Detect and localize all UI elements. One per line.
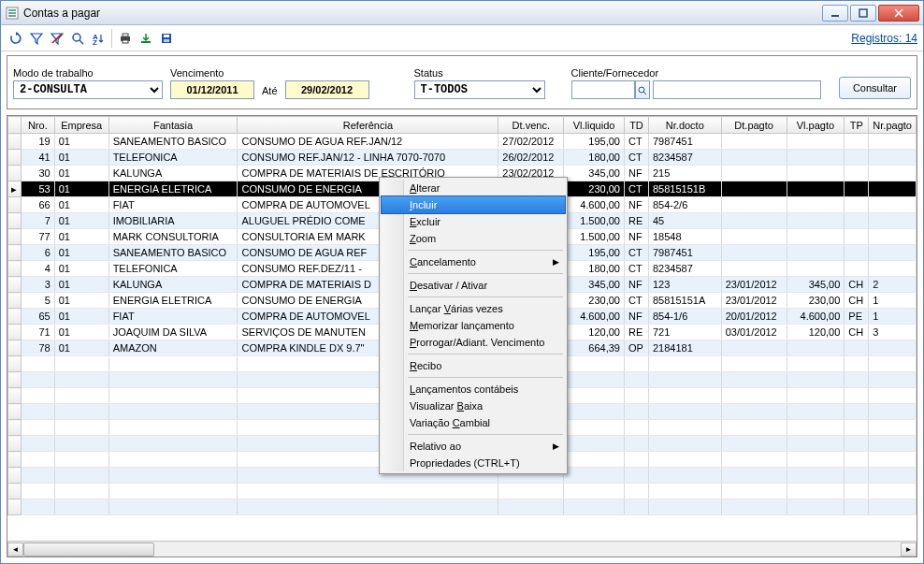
scroll-left-button[interactable]: ◄ xyxy=(7,542,23,557)
consultar-button[interactable]: Consultar xyxy=(839,77,911,99)
cell-nrpagto: 1 xyxy=(869,293,917,309)
menu-excluir[interactable]: Excluir xyxy=(382,213,565,230)
cell-referencia: CONSUMO REF.JAN/12 - LINHA 7070-7070 xyxy=(238,150,498,166)
cell-nro: 6 xyxy=(21,245,54,261)
menu-relativo-ao[interactable]: Relativo ao▶ xyxy=(382,438,565,455)
col-td[interactable]: TD xyxy=(624,117,648,134)
filter-icon[interactable] xyxy=(27,29,46,48)
menu-zoom[interactable]: Zoom xyxy=(382,230,565,247)
cell-tp xyxy=(845,245,869,261)
menu-lanc-contabeis[interactable]: Lançamentos contábeis xyxy=(382,381,565,398)
cell-nrdocto: 8234587 xyxy=(648,261,721,277)
scroll-track[interactable] xyxy=(23,542,901,557)
menu-incluir[interactable]: Incluir xyxy=(382,196,565,213)
horizontal-scrollbar[interactable]: ◄ ► xyxy=(7,541,917,557)
cell-dtpagto xyxy=(721,213,787,229)
search-icon[interactable] xyxy=(68,29,87,48)
cell-vlpagto xyxy=(787,134,845,150)
scroll-right-button[interactable]: ► xyxy=(901,542,917,557)
cliente-lookup-button[interactable] xyxy=(635,80,650,99)
cell-tp xyxy=(845,197,869,213)
col-referencia[interactable]: Referência xyxy=(238,117,498,134)
print-icon[interactable] xyxy=(116,29,135,48)
col-nrdocto[interactable]: Nr.docto xyxy=(648,117,721,134)
records-link[interactable]: Registros: 14 xyxy=(851,32,917,45)
save-icon[interactable] xyxy=(157,29,176,48)
svg-line-10 xyxy=(79,40,83,44)
cell-tp xyxy=(845,229,869,245)
cliente-code-input[interactable] xyxy=(571,80,635,99)
cell-referencia: CONSUMO DE AGUA REF.JAN/12 xyxy=(238,134,498,150)
menu-alterar[interactable]: Alterar xyxy=(382,180,565,196)
maximize-button[interactable] xyxy=(850,5,876,22)
cell-dtpagto xyxy=(721,261,787,277)
cell-nrpagto xyxy=(869,229,917,245)
cell-dtpagto xyxy=(721,340,787,356)
modo-select[interactable]: 2-CONSULTA xyxy=(13,80,163,99)
col-nro[interactable]: Nro. xyxy=(21,117,54,134)
menu-cancelamento[interactable]: Cancelamento▶ xyxy=(382,253,565,270)
cliente-name-input[interactable] xyxy=(653,80,821,99)
cell-nro: 78 xyxy=(21,340,54,356)
cell-empresa: 01 xyxy=(54,277,108,293)
filter-clear-icon[interactable] xyxy=(48,29,66,48)
cell-empresa: 01 xyxy=(54,197,108,213)
cell-vlliquido: 120,00 xyxy=(564,325,625,340)
table-row[interactable]: 4101TELEFONICACONSUMO REF.JAN/12 - LINHA… xyxy=(8,150,917,166)
menu-visualizar-baixa[interactable]: Visualizar Baixa xyxy=(382,398,565,414)
ate-label: Até xyxy=(262,85,278,99)
cell-td: CT xyxy=(624,150,648,166)
menu-prorrogar[interactable]: Prorrogar/Adiant. Vencimento xyxy=(382,334,565,351)
close-button[interactable] xyxy=(878,5,919,22)
vencimento-to-input[interactable] xyxy=(285,80,369,99)
col-fantasia[interactable]: Fantasia xyxy=(108,117,238,134)
scroll-thumb[interactable] xyxy=(23,542,154,557)
cell-empresa: 01 xyxy=(54,309,108,325)
cell-vlpagto xyxy=(787,166,845,181)
menu-recibo[interactable]: Recibo xyxy=(382,357,565,374)
minimize-button[interactable] xyxy=(822,5,848,22)
menu-memorizar[interactable]: Memorizar lançamento xyxy=(382,317,565,334)
window-controls xyxy=(822,5,919,22)
svg-rect-16 xyxy=(141,41,151,43)
cell-nrdocto: 123 xyxy=(648,277,721,293)
cell-vlpagto xyxy=(787,150,845,166)
submenu-arrow-icon: ▶ xyxy=(553,257,559,267)
col-vlliquido[interactable]: Vl.liquido xyxy=(564,117,625,134)
row-header xyxy=(8,261,22,277)
header-row: Nro. Empresa Fantasia Referência Dt.venc… xyxy=(8,117,917,134)
export-icon[interactable] xyxy=(137,29,155,48)
cell-vlpagto xyxy=(787,245,845,261)
col-tp[interactable]: TP xyxy=(845,117,869,134)
cell-td: CT xyxy=(624,261,648,277)
status-select[interactable]: T-TODOS xyxy=(414,80,545,99)
svg-rect-2 xyxy=(8,12,16,14)
cell-nrpagto: 3 xyxy=(869,325,917,340)
col-nrpagto[interactable]: Nr.pagto xyxy=(869,117,917,134)
cell-fantasia: TELEFONICA xyxy=(108,261,238,277)
cell-tp: CH xyxy=(845,277,869,293)
sort-icon[interactable]: AZ xyxy=(89,29,108,48)
cell-nrpagto xyxy=(869,197,917,213)
row-header xyxy=(8,309,22,325)
cell-nro: 5 xyxy=(21,293,54,309)
cell-nro: 77 xyxy=(21,229,54,245)
menu-lancar-varias[interactable]: Lançar Várias vezes xyxy=(382,300,565,317)
col-dtvenc[interactable]: Dt.venc. xyxy=(498,117,564,134)
col-dtpagto[interactable]: Dt.pagto xyxy=(721,117,787,134)
col-vlpagto[interactable]: Vl.pagto xyxy=(787,117,845,134)
menu-desativar[interactable]: Desativar / Ativar xyxy=(382,277,565,294)
cell-tp: CH xyxy=(845,325,869,340)
cell-dtpagto: 23/01/2012 xyxy=(721,293,787,309)
col-empresa[interactable]: Empresa xyxy=(54,117,108,134)
cell-nrdocto: 85815151A xyxy=(648,293,721,309)
cell-dtvenc: 26/02/2012 xyxy=(498,150,564,166)
refresh-icon[interactable] xyxy=(7,29,25,48)
cell-vlliquido: 4.600,00 xyxy=(564,309,625,325)
vencimento-from-input[interactable] xyxy=(170,80,254,99)
modo-label: Modo de trabalho xyxy=(13,67,163,79)
menu-propriedades[interactable]: Propriedades (CTRL+T) xyxy=(382,455,565,471)
table-row[interactable]: 1901SANEAMENTO BASICOCONSUMO DE AGUA REF… xyxy=(8,134,917,150)
row-header xyxy=(8,277,22,293)
menu-variacao-cambial[interactable]: Variação Cambial xyxy=(382,414,565,431)
